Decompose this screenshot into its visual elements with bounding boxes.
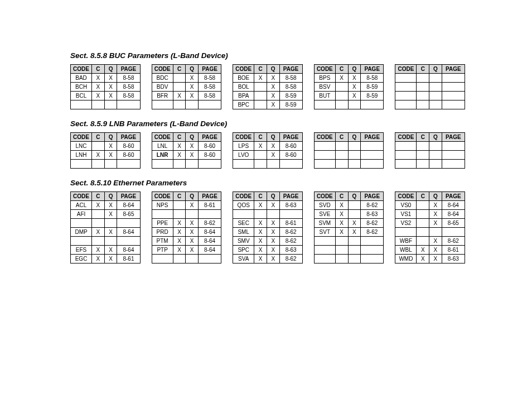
cell-page: 8-59 — [361, 83, 384, 92]
cell-q: X — [186, 201, 199, 210]
col-header-page: PAGE — [361, 133, 384, 142]
cell-code: SVT — [314, 228, 335, 237]
cell-c — [173, 74, 186, 83]
col-header-page: PAGE — [442, 192, 465, 201]
cell-page: 8-60 — [279, 151, 302, 160]
cell-code: SPC — [233, 246, 254, 255]
cell-q: X — [104, 201, 117, 210]
cell-q: X — [267, 83, 279, 92]
cell-q: X — [267, 74, 279, 83]
col-header-c: C — [417, 192, 429, 201]
cell-q: X — [348, 92, 361, 100]
cell-q: X — [186, 83, 199, 92]
cell-c: X — [92, 151, 105, 160]
cell-page: 8-63 — [442, 255, 465, 264]
cell-q: X — [104, 255, 117, 264]
cell-q: X — [186, 246, 199, 255]
col-header-code: CODE — [314, 65, 335, 74]
cell-code: PPE — [152, 219, 173, 228]
cell-c: X — [92, 255, 105, 264]
cell-page — [198, 160, 221, 169]
table-row: BDVX8-58 — [152, 83, 221, 92]
cell-code: BPA — [233, 92, 254, 100]
cell-page — [117, 160, 140, 169]
cell-q — [429, 142, 442, 151]
cell-c: X — [92, 201, 105, 210]
cell-code: QOS — [233, 201, 254, 210]
cell-q — [429, 83, 442, 92]
cell-page — [361, 100, 384, 109]
cell-q — [348, 100, 361, 109]
cell-c: X — [173, 92, 186, 100]
cell-code: EGC — [71, 255, 92, 264]
cell-code — [152, 100, 173, 109]
cell-code: VS1 — [395, 210, 417, 219]
col-header-code: CODE — [152, 133, 173, 142]
cell-page: 8-62 — [279, 228, 302, 237]
cell-page: 8-63 — [361, 210, 384, 219]
table-row: BUTX8-59 — [314, 92, 384, 100]
cell-code — [314, 100, 335, 109]
cell-page: 8-62 — [279, 237, 302, 246]
cell-q — [429, 74, 442, 83]
col-header-code: CODE — [233, 65, 254, 74]
cell-page: 8-62 — [442, 237, 465, 246]
cell-code — [395, 83, 417, 92]
col-header-q: Q — [104, 65, 117, 74]
cell-page: 8-58 — [361, 74, 384, 83]
table-row — [395, 92, 465, 100]
cell-code: SML — [233, 228, 254, 237]
cell-q — [186, 160, 199, 169]
cell-q: X — [104, 210, 117, 219]
cell-page: 8-59 — [279, 92, 302, 100]
cell-c: X — [92, 74, 105, 83]
cell-page: 8-58 — [117, 83, 140, 92]
codes-table: CODECQPAGENPSX8-61PPEXX8-62PRDXX8-64PTMX… — [152, 191, 222, 264]
table-row: LNCX8-60 — [71, 142, 141, 151]
col-header-q: Q — [104, 192, 117, 201]
cell-c — [254, 151, 267, 160]
col-header-c: C — [92, 65, 105, 74]
table-row: BCHXX8-58 — [71, 83, 141, 92]
cell-c — [92, 160, 105, 169]
cell-code: SVA — [233, 255, 254, 264]
cell-code: LNL — [152, 142, 173, 151]
table-row: EFSXX8-64 — [71, 246, 141, 255]
cell-page — [361, 255, 384, 264]
cell-q: X — [267, 151, 279, 160]
cell-c — [173, 210, 186, 219]
col-header-q: Q — [348, 133, 361, 142]
cell-page — [361, 246, 384, 255]
col-header-page: PAGE — [279, 65, 302, 74]
cell-q — [429, 151, 442, 160]
col-header-c: C — [254, 65, 267, 74]
cell-c — [417, 160, 429, 169]
table-row: SPCXX8-63 — [233, 246, 303, 255]
cell-page: 8-60 — [198, 142, 221, 151]
cell-c — [417, 228, 429, 237]
table-row: VS1X8-64 — [395, 210, 465, 219]
cell-c — [173, 83, 186, 92]
cell-page — [117, 100, 140, 109]
page: Sect. 8.5.8 BUC Parameters (L-Band Devic… — [0, 0, 532, 412]
cell-c — [335, 83, 348, 92]
section-title: Sect. 8.5.10 Ethernet Parameters — [70, 179, 465, 187]
cell-c — [335, 237, 348, 246]
cell-page: 8-60 — [279, 142, 302, 151]
cell-q: X — [348, 83, 361, 92]
cell-page: 8-64 — [117, 246, 140, 255]
codes-table: CODECQPAGEBADXX8-58BCHXX8-58BCLXX8-58 — [70, 64, 141, 109]
cell-page — [198, 210, 221, 219]
cell-q — [348, 255, 361, 264]
table-row: LNLXX8-60 — [152, 142, 221, 151]
cell-c — [417, 210, 429, 219]
cell-page: 8-65 — [442, 219, 465, 228]
cell-c: X — [92, 246, 105, 255]
table-row — [395, 100, 465, 109]
col-header-c: C — [173, 65, 186, 74]
table-row — [71, 160, 141, 169]
cell-q — [267, 210, 279, 219]
cell-page: 8-61 — [198, 201, 221, 210]
cell-code — [314, 160, 335, 169]
cell-page: 8-64 — [117, 228, 140, 237]
